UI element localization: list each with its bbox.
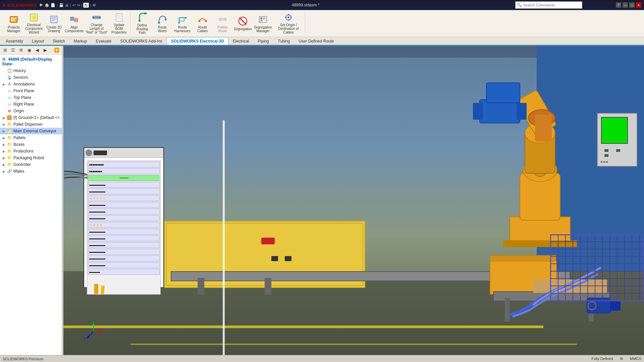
sensors-icon: 📡	[7, 75, 12, 80]
tab-addins[interactable]: SOLIDWORKS Add-Ins	[116, 37, 166, 45]
conveyor-support-1	[198, 278, 204, 295]
sidebar-tool-prev[interactable]: ◀	[34, 47, 41, 54]
sidebar-tool-list[interactable]: ☰	[9, 47, 17, 54]
route-harnesses-btn[interactable]: RouteHarnesses	[173, 12, 192, 35]
updatebom-btn[interactable]: Update BOMProperties	[109, 12, 129, 35]
tree-item-annotations[interactable]: ▶ A Annotations	[0, 81, 62, 87]
tree-item-pallets[interactable]: ▶ 📁 Pallets	[0, 134, 62, 141]
flatten-label: FlattenRoute	[218, 25, 228, 33]
toolbar: ProjectsManager ⚡ ElectricalComponentWiz…	[0, 10, 644, 37]
close-btn[interactable]: ✕	[636, 2, 641, 8]
segregation-mgr-icon	[258, 14, 268, 25]
tree-item-history[interactable]: 📋 History	[0, 67, 62, 74]
sidebar-toolbar: ⊞ ☰ ⚙ ◉ ◀ ▶ 🔽	[0, 46, 62, 55]
tab-electrical[interactable]: Electrical	[228, 37, 254, 45]
sidebar-tool-gear[interactable]: ⚙	[17, 47, 25, 54]
help-btn[interactable]: ?	[616, 2, 621, 8]
history-name: History	[13, 68, 26, 73]
ground-component-icon: f	[7, 115, 12, 120]
svg-rect-57	[517, 103, 527, 120]
print-icon[interactable]: 🖨	[65, 3, 69, 7]
search-input[interactable]	[523, 3, 567, 7]
flatten-route-btn[interactable]: FlattenRoute	[213, 12, 232, 35]
tree-item-top-plane[interactable]: ▭ Top Plane	[0, 94, 62, 101]
minimize-btn[interactable]: ─	[623, 2, 628, 8]
tree-item-controller[interactable]: ▶ 📁 Controller	[0, 161, 62, 168]
sidebar-tool-dot[interactable]: ◉	[25, 47, 33, 54]
feature-tree: ⚙ 48899 (Default<Display State- 📋 Histor…	[0, 55, 62, 176]
tab-electrical3d[interactable]: SOLIDWORKS Electrical 3D	[167, 37, 228, 45]
robot-arm	[460, 66, 627, 254]
redo-icon[interactable]: ↪	[77, 3, 80, 7]
grid-fence	[550, 234, 644, 301]
tree-item-ground[interactable]: ▶ f (f) Ground<1> (Default <<	[0, 114, 62, 121]
cursor-icon[interactable]: ↖	[83, 3, 89, 8]
tab-piping[interactable]: Piping	[254, 37, 273, 45]
tab-sketch[interactable]: Sketch	[48, 37, 69, 45]
tab-tubing[interactable]: Tubing	[273, 37, 294, 45]
3d-viewport[interactable]: 🔍 ⊡ ◻ ⬡ ⊞ ◉ ▷ ⬟ 🌐 ◎ ⚙ ⬜ ⬜	[63, 46, 644, 355]
sidebar-filter-icon[interactable]: 🔽	[53, 47, 60, 54]
top-plane-icon: ▭	[7, 95, 12, 100]
main-area: ⊞ ☰ ⚙ ◉ ◀ ▶ 🔽 ⚙ 48899 (Default<Display S…	[0, 46, 644, 355]
settings-icon[interactable]: ⚙	[93, 3, 96, 7]
tree-item-protections[interactable]: ▶ 📁 Protections	[0, 148, 62, 155]
segregation-mgr-btn[interactable]: SegregationManager	[253, 12, 273, 35]
pole-1	[223, 120, 225, 355]
protections-arrow: ▶	[3, 149, 7, 153]
route-wires-label: RouteWires	[158, 25, 167, 33]
right-plane-name: Right Plane	[13, 102, 34, 107]
route-wires-btn[interactable]: RouteWires	[153, 12, 172, 35]
define-routing-btn[interactable]: DefineRouting Path	[132, 12, 152, 35]
pallets-folder-icon: 📁	[7, 135, 12, 140]
save-icon[interactable]: 💾	[59, 3, 64, 7]
tree-item-main-conveyor[interactable]: ▶ 📁 Main External Conveyor	[0, 128, 62, 134]
tree-item-boxes[interactable]: ▶ 📁 Boxes	[0, 141, 62, 148]
root-assembly-icon: ⚙	[2, 57, 6, 62]
nav-icon[interactable]: ⯈	[40, 3, 43, 7]
route-harnesses-icon	[177, 14, 188, 25]
tab-markup[interactable]: Markup	[69, 37, 92, 45]
tree-item-sensors[interactable]: 📡 Sensors	[0, 74, 62, 81]
electrical-icon: ⚡	[29, 12, 39, 22]
mates-name: Mates	[13, 169, 24, 174]
undo-icon[interactable]: ↩	[72, 3, 75, 7]
sensor-2	[285, 256, 291, 261]
tree-root-item[interactable]: ⚙ 48899 (Default<Display State-	[0, 56, 62, 67]
tree-item-origin[interactable]: ⊕ Origin	[0, 108, 62, 114]
coordinate-axes: X Y Z	[84, 321, 104, 342]
home-icon[interactable]: 🏠	[45, 3, 49, 7]
route-cables-btn[interactable]: RouteCables	[193, 12, 212, 35]
maximize-btn[interactable]: □	[629, 2, 635, 8]
set-origin-btn[interactable]: Set Origin / Destination of Cables	[273, 12, 304, 35]
controller-name: Controller	[13, 162, 31, 167]
projects-label: ProjectsManager	[7, 25, 20, 33]
projects-manager-btn[interactable]: ProjectsManager	[4, 12, 23, 35]
tab-layout[interactable]: Layout	[28, 37, 48, 45]
file-icon[interactable]: 📄	[51, 3, 55, 7]
sidebar-tool-grid[interactable]: ⊞	[1, 47, 9, 54]
align-btn[interactable]: AlignComponents	[64, 12, 84, 35]
tree-item-right-plane[interactable]: ▭ Right Plane	[0, 101, 62, 108]
tab-assembly[interactable]: Assembly	[1, 37, 28, 45]
tree-item-mates[interactable]: ▶ 🔗 Mates	[0, 168, 62, 175]
window-title: 48899.sldasm *	[96, 3, 515, 7]
electrical-wizard-btn[interactable]: ⚡ ElectricalComponentWizard	[24, 12, 44, 35]
tab-evaluate[interactable]: Evaluate	[92, 37, 116, 45]
boxes-name: Boxes	[13, 142, 24, 147]
svg-point-26	[178, 22, 180, 23]
main-conveyor-arrow: ▶	[3, 129, 7, 133]
tree-item-pallet-dispenser[interactable]: ▶ 📁 Pallet Dispenser	[0, 121, 62, 128]
create2d-btn[interactable]: Create 2DDrawing	[44, 12, 64, 35]
tree-item-front-plane[interactable]: ▭ Front Plane	[0, 87, 62, 94]
segregation-btn[interactable]: Segregation	[233, 12, 253, 35]
ground-name: (f) Ground<1> (Default <<	[13, 115, 60, 120]
annotations-name: Annotations	[13, 82, 35, 86]
create2d-label: Create 2DDrawing	[46, 25, 62, 33]
origin-name: Origin	[13, 109, 24, 113]
changelength-btn[interactable]: Change Length of"Rail" or "Duct"	[85, 12, 109, 35]
tree-item-packaging-robot[interactable]: ▶ 📁 Packaging Robot	[0, 155, 62, 161]
tab-userdefined[interactable]: User Defined Route	[294, 37, 338, 45]
define-routing-icon	[137, 12, 148, 23]
sidebar-tool-next[interactable]: ▶	[42, 47, 49, 54]
